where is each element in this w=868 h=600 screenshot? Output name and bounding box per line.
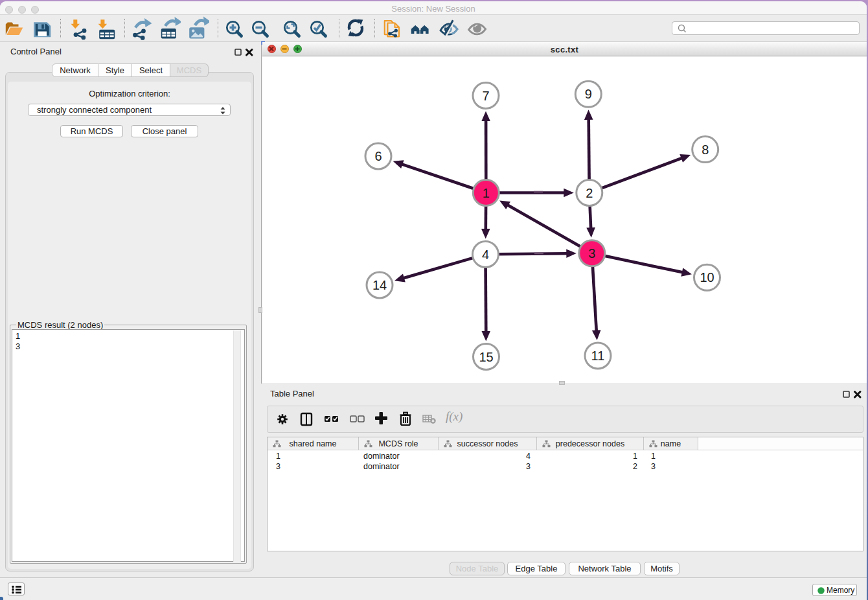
svg-text:2: 2 [586, 185, 593, 200]
svg-text:7: 7 [482, 88, 489, 102]
svg-text:11: 11 [591, 349, 605, 363]
svg-text:15: 15 [479, 349, 493, 363]
svg-text:9: 9 [585, 87, 592, 101]
svg-text:3: 3 [588, 246, 595, 260]
svg-text:1: 1 [483, 185, 490, 200]
svg-text:4: 4 [482, 247, 489, 261]
svg-text:14: 14 [372, 278, 387, 292]
svg-text:6: 6 [374, 149, 382, 163]
svg-text:8: 8 [702, 142, 709, 156]
svg-text:10: 10 [700, 270, 714, 284]
